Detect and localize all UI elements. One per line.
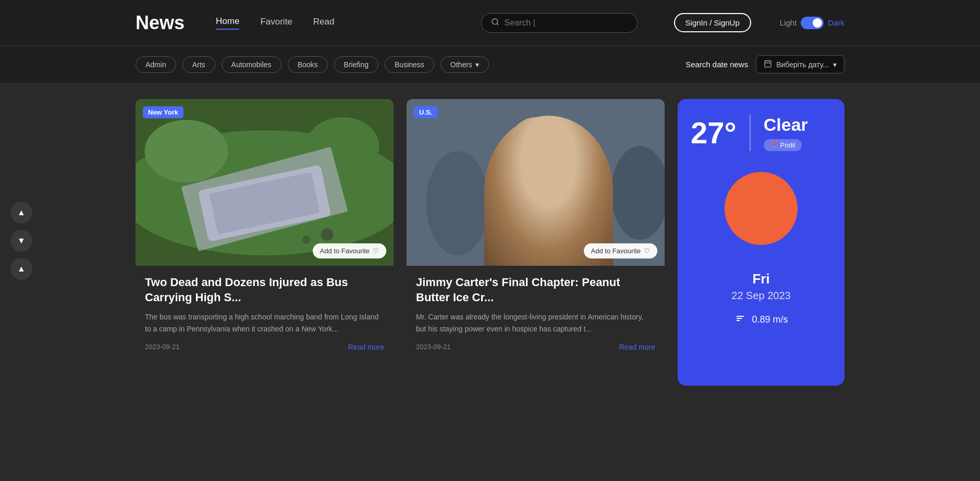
weather-date: 22 Sep 2023 (731, 290, 790, 302)
svg-rect-19 (512, 188, 559, 229)
category-badge-bus: New York (143, 106, 183, 118)
nav: Home Favorite Read (216, 16, 334, 30)
svg-point-20 (530, 197, 542, 209)
heart-icon-bus: ♡ (373, 247, 379, 255)
svg-point-12 (321, 228, 334, 241)
scroll-up-1[interactable]: ▲ (10, 202, 32, 224)
weather-sun-icon (725, 172, 798, 245)
chevron-down-icon-date: ▾ (833, 60, 837, 69)
weather-clear-block: Clear 📍 Podil (764, 115, 808, 151)
pin-icon: 📍 (770, 141, 778, 149)
card-image-bg-carter (407, 99, 665, 266)
svg-point-17 (507, 117, 565, 185)
svg-rect-18 (502, 180, 570, 253)
svg-rect-2 (765, 61, 771, 67)
nav-read[interactable]: Read (313, 17, 335, 29)
card-footer-carter: 2023-09-21 Read more (416, 343, 655, 351)
nav-home[interactable]: Home (216, 16, 239, 30)
scroll-down[interactable]: ▼ (10, 230, 32, 252)
card-excerpt-bus: The bus was transporting a high school m… (145, 311, 384, 335)
card-date-carter: 2023-09-21 (416, 343, 451, 351)
add-favourite-carter[interactable]: Add to Favourite ♡ (584, 243, 657, 258)
filter-admin[interactable]: Admin (136, 56, 176, 73)
logo: News (136, 12, 185, 34)
card-title-carter: Jimmy Carter's Final Chapter: Peanut But… (416, 275, 655, 305)
weather-location: 📍 Podil (764, 139, 802, 151)
card-footer-bus: 2023-09-21 Read more (145, 343, 384, 351)
weather-widget: 27° Clear 📍 Podil Fri 22 Sep 2023 0.89 m… (678, 99, 844, 386)
news-card-carter: U.S. Add to Favourite ♡ Jimmy Carter's F… (407, 99, 665, 386)
weather-condition: Clear (764, 115, 808, 135)
weather-wind: 0.89 m/s (734, 312, 788, 327)
nav-favorite[interactable]: Favorite (260, 17, 292, 29)
theme-dark-label: Dark (828, 18, 844, 27)
weather-day: Fri (731, 271, 790, 287)
weather-separator (750, 115, 751, 151)
add-favourite-bus[interactable]: Add to Favourite ♡ (313, 243, 386, 258)
date-picker-label: Виберіть дату... (776, 60, 829, 69)
header: News Home Favorite Read SignIn / SignUp … (0, 0, 980, 46)
card-content-bus: Two Dead and Dozens Injured as Bus Carry… (136, 266, 394, 361)
card-content-carter: Jimmy Carter's Final Chapter: Peanut But… (407, 266, 665, 361)
filter-others[interactable]: Others ▾ (440, 56, 489, 73)
card-image-carter: U.S. Add to Favourite ♡ (407, 99, 665, 266)
theme-light-label: Light (780, 18, 797, 27)
date-search-section: Search date news Виберіть дату... ▾ (685, 55, 844, 73)
weather-temperature: 27° (691, 118, 737, 148)
filter-arts[interactable]: Arts (182, 56, 215, 73)
news-card-bus: New York Add to Favourite ♡ Two Dead and… (136, 99, 394, 386)
search-bar[interactable] (481, 13, 638, 33)
heart-icon-carter: ♡ (644, 247, 650, 255)
svg-point-15 (426, 151, 489, 255)
svg-point-0 (492, 19, 498, 24)
filter-bar: Admin Arts Automobiles Books Briefing Bu… (0, 46, 980, 83)
wind-icon (734, 312, 746, 327)
filter-business[interactable]: Business (385, 56, 434, 73)
dark-mode-toggle[interactable] (801, 17, 824, 29)
read-more-bus[interactable]: Read more (348, 343, 384, 351)
chevron-down-icon: ▾ (475, 60, 479, 69)
card-excerpt-carter: Mr. Carter was already the longest-livin… (416, 311, 655, 335)
svg-line-1 (497, 23, 498, 25)
category-badge-carter: U.S. (414, 106, 437, 118)
weather-top-row: 27° Clear 📍 Podil (691, 115, 831, 151)
card-image-bg-bus (136, 99, 394, 266)
theme-toggle: Light Dark (780, 17, 844, 29)
weather-date-section: Fri 22 Sep 2023 (731, 271, 790, 302)
search-input[interactable] (505, 18, 628, 28)
filter-books[interactable]: Books (288, 56, 328, 73)
card-title-bus: Two Dead and Dozens Injured as Bus Carry… (145, 275, 384, 305)
svg-point-8 (145, 120, 228, 182)
svg-point-13 (302, 236, 311, 244)
read-more-carter[interactable]: Read more (619, 343, 655, 351)
scroll-buttons: ▲ ▼ ▲ (10, 202, 32, 280)
filter-automobiles[interactable]: Automobiles (222, 56, 281, 73)
svg-point-9 (307, 117, 379, 175)
search-icon (491, 18, 499, 28)
scroll-up-2[interactable]: ▲ (10, 258, 32, 280)
filter-briefing[interactable]: Briefing (334, 56, 378, 73)
card-date-bus: 2023-09-21 (145, 343, 180, 351)
main-content: New York Add to Favourite ♡ Two Dead and… (0, 83, 980, 401)
auth-button[interactable]: SignIn / SignUp (674, 13, 751, 32)
date-picker-button[interactable]: Виберіть дату... ▾ (756, 55, 844, 73)
date-search-label: Search date news (685, 60, 748, 69)
calendar-icon (764, 59, 772, 69)
card-image-bus: New York Add to Favourite ♡ (136, 99, 394, 266)
